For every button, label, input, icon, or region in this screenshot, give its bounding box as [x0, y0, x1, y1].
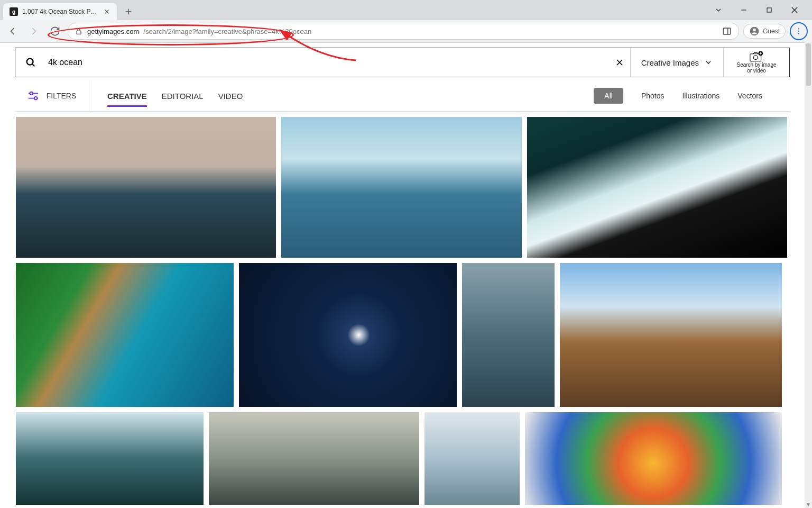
maximize-icon[interactable] — [761, 2, 777, 18]
new-tab-button[interactable] — [121, 4, 136, 19]
minimize-icon[interactable] — [736, 2, 752, 18]
url-host: gettyimages.com — [87, 28, 139, 35]
reload-button[interactable] — [47, 23, 63, 40]
result-thumbnail[interactable] — [527, 117, 787, 258]
tab-creative[interactable]: CREATIVE — [107, 88, 147, 104]
type-filter-tabs: All Photos Illustrations Vectors — [594, 88, 790, 104]
browser-tab[interactable]: g 1,007 4k Ocean Stock Photos, H — [3, 3, 117, 20]
svg-rect-1 — [77, 31, 81, 34]
camera-icon — [750, 51, 763, 62]
svg-point-8 — [27, 59, 33, 65]
results-gallery — [0, 112, 805, 505]
filters-label: FILTERS — [47, 92, 77, 100]
svg-rect-0 — [767, 8, 771, 12]
result-thumbnail[interactable] — [16, 263, 234, 407]
svg-point-6 — [798, 31, 799, 32]
svg-point-7 — [798, 33, 799, 34]
category-tabs: CREATIVE EDITORIAL VIDEO — [89, 80, 243, 111]
tab-title: 1,007 4k Ocean Stock Photos, H — [22, 8, 99, 15]
clear-search-button[interactable] — [609, 48, 631, 77]
result-thumbnail[interactable] — [239, 263, 457, 407]
chevron-down-icon — [704, 58, 713, 67]
profile-button[interactable]: Guest — [743, 24, 786, 39]
search-input[interactable] — [47, 57, 599, 68]
tab-strip: g 1,007 4k Ocean Stock Photos, H — [0, 0, 812, 20]
type-filter-all[interactable]: All — [594, 88, 623, 104]
close-tab-icon[interactable] — [103, 8, 110, 15]
svg-point-12 — [30, 92, 33, 95]
type-filter-vectors[interactable]: Vectors — [737, 92, 762, 100]
search-icon — [25, 57, 36, 68]
url-path: /search/2/image?family=creative&phrase=4… — [143, 28, 311, 35]
window-controls — [710, 0, 809, 20]
search-by-image-label-2: or video — [747, 68, 766, 74]
search-type-label: Creative Images — [641, 58, 699, 67]
page-content: Creative Images Search by image or video… — [0, 42, 805, 508]
address-bar[interactable]: gettyimages.com/search/2/image?family=cr… — [68, 23, 739, 40]
favicon-icon: g — [10, 7, 18, 16]
avatar-icon — [749, 26, 760, 37]
vertical-scrollbar[interactable]: ▲ ▼ — [805, 42, 812, 508]
address-row: gettyimages.com/search/2/image?family=cr… — [0, 20, 812, 42]
chevron-down-icon[interactable] — [710, 2, 726, 18]
back-button[interactable] — [4, 23, 21, 40]
svg-point-4 — [753, 29, 755, 31]
scrollbar-thumb[interactable] — [806, 43, 811, 86]
svg-rect-2 — [723, 28, 730, 34]
result-thumbnail[interactable] — [16, 412, 204, 505]
lock-icon — [75, 27, 83, 35]
sliders-icon — [27, 91, 39, 101]
scroll-down-icon[interactable]: ▼ — [805, 501, 812, 508]
search-by-image-button[interactable]: Search by image or video — [724, 48, 789, 77]
svg-point-13 — [34, 97, 38, 100]
menu-button[interactable] — [790, 22, 808, 40]
result-thumbnail[interactable] — [425, 412, 520, 505]
panel-icon[interactable] — [722, 26, 732, 37]
filter-bar: FILTERS CREATIVE EDITORIAL VIDEO All Pho… — [15, 80, 790, 112]
tab-editorial[interactable]: EDITORIAL — [162, 88, 204, 104]
forward-button[interactable] — [25, 23, 42, 40]
close-window-icon[interactable] — [787, 2, 802, 18]
result-thumbnail[interactable] — [525, 412, 782, 505]
filters-button[interactable]: FILTERS — [15, 80, 89, 111]
tab-video[interactable]: VIDEO — [218, 88, 243, 104]
svg-point-10 — [753, 55, 758, 59]
type-filter-illustrations[interactable]: Illustrations — [682, 92, 719, 100]
search-bar: Creative Images Search by image or video — [15, 48, 790, 77]
result-thumbnail[interactable] — [462, 263, 555, 407]
search-type-dropdown[interactable]: Creative Images — [631, 48, 724, 77]
browser-chrome: g 1,007 4k Ocean Stock Photos, H gettyim… — [0, 0, 812, 43]
svg-point-5 — [798, 28, 799, 29]
type-filter-photos[interactable]: Photos — [641, 92, 665, 100]
search-by-image-label-1: Search by image — [736, 62, 776, 68]
result-thumbnail[interactable] — [209, 412, 419, 505]
profile-label: Guest — [763, 28, 780, 35]
result-thumbnail[interactable] — [16, 117, 276, 258]
result-thumbnail[interactable] — [560, 263, 782, 407]
result-thumbnail[interactable] — [281, 117, 522, 258]
